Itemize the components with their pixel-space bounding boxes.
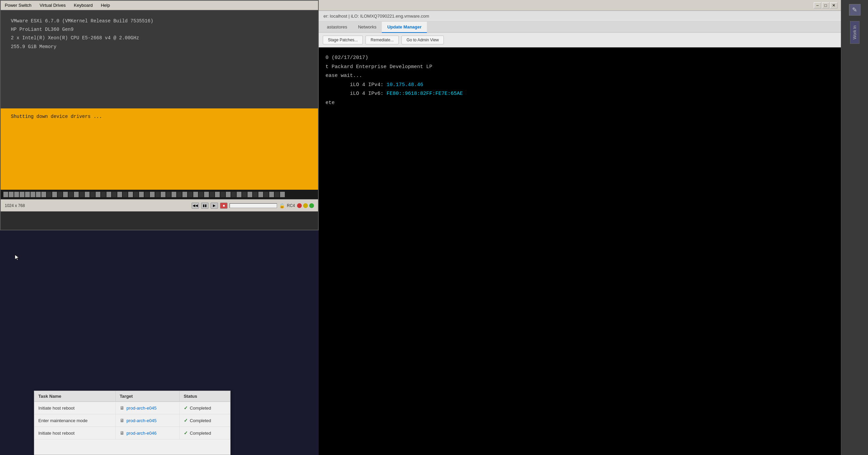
seg-13 [68, 192, 73, 197]
close-button[interactable]: ✕ [830, 2, 837, 8]
target-name-3[interactable]: prod-arch-e046 [126, 431, 157, 436]
ilo4-ipv4-label: iLO 4 IPv4: [350, 82, 383, 88]
vcenter-host-info: er: localhost | iLO: ILOMXQ7090221.eng.v… [323, 14, 429, 19]
terminal-line-1: 0 (02/17/2017) [326, 54, 834, 62]
task-table: Task Name Target Status Initiate host re… [34, 391, 230, 439]
btn-stop[interactable]: ■ [220, 203, 228, 209]
bios-line-2: HP ProLiant DL360 Gen9 [11, 25, 308, 34]
terminal-line-3: ease wait... [326, 72, 834, 80]
kvm-bios-area: VMware ESXi 6.7.0 (VMKernel Release Buil… [1, 10, 318, 108]
seg-4 [20, 192, 24, 197]
tab-update-manager[interactable]: Update Manager [382, 22, 427, 33]
window-chrome: – □ ✕ [319, 0, 868, 11]
btn-play[interactable]: ▶ [211, 203, 218, 209]
kvm-window: Power Switch Virtual Drives Keyboard Hel… [0, 0, 319, 230]
cursor [14, 254, 21, 261]
dot-red [297, 203, 302, 208]
seg-6 [31, 192, 35, 197]
tab-networks[interactable]: Networks [353, 22, 382, 33]
status-text-1: Completed [190, 406, 211, 411]
rc4-label: RC4 [287, 203, 295, 208]
seg-23 [123, 192, 127, 197]
remediate-button[interactable]: Remediate... [366, 36, 399, 44]
seg-37 [199, 192, 203, 197]
task-status-3: ✓ Completed [179, 427, 230, 439]
seg-18 [96, 192, 100, 197]
bios-line-3: 2 x Intel(R) Xeon(R) CPU E5-2668 v4 @ 2.… [11, 34, 308, 42]
shutdown-message: Shutting down device drivers ... [11, 114, 308, 119]
work-in-progress-label[interactable]: Work In [850, 21, 860, 44]
seg-44 [237, 192, 241, 197]
side-panel: ✎ Work In [841, 0, 868, 455]
task-name-2: Enter maintenance mode [34, 414, 115, 427]
status-cell-2: ✓ Completed [184, 418, 226, 423]
target-cell-1: 🖥 prod-arch-e045 [120, 405, 175, 411]
col-task-name: Task Name [34, 391, 115, 402]
seg-35 [188, 192, 193, 197]
video-progress[interactable] [230, 203, 277, 208]
seg-43 [231, 192, 236, 197]
seg-12 [63, 192, 68, 197]
check-icon-3: ✓ [184, 430, 188, 436]
seg-47 [253, 192, 258, 197]
seg-48 [258, 192, 263, 197]
menu-power-switch[interactable]: Power Switch [3, 2, 33, 8]
menu-help[interactable]: Help [99, 2, 111, 8]
ipv4-address: 10.175.48.46 [387, 82, 423, 88]
terminal-line-6: ete [326, 99, 834, 107]
task-table-header: Task Name Target Status [34, 391, 230, 402]
seg-24 [128, 192, 133, 197]
seg-38 [204, 192, 209, 197]
seg-52 [280, 192, 285, 197]
menu-keyboard[interactable]: Keyboard [73, 2, 94, 8]
seg-40 [215, 192, 220, 197]
task-panel: Task Name Target Status Initiate host re… [34, 391, 231, 455]
seg-34 [182, 192, 187, 197]
seg-11 [58, 192, 62, 197]
edit-icon-btn[interactable]: ✎ [849, 4, 861, 16]
btn-first-frame[interactable]: ◀◀ [192, 203, 199, 209]
ipv6-address: FE80::9618:82FF:FE7E:65AE [387, 91, 463, 97]
seg-7 [36, 192, 41, 197]
vcenter-toolbar: Stage Patches... Remediate... Go to Admi… [319, 33, 841, 47]
task-target-1: 🖥 prod-arch-e045 [115, 402, 179, 414]
target-icon-2: 🖥 [120, 418, 124, 423]
terminal-line-5: iLO 4 IPv6: FE80::9618:82FF:FE7E:65AE [326, 90, 834, 98]
kvm-statusbar: 1024 x 768 ◀◀ ▮▮ ▶ ■ 🔒 RC4 [1, 199, 318, 211]
target-name-2[interactable]: prod-arch-e045 [126, 418, 157, 423]
tab-datastores[interactable]: astastores [321, 22, 353, 33]
seg-29 [155, 192, 160, 197]
seg-31 [166, 192, 171, 197]
seg-51 [275, 192, 279, 197]
seg-19 [101, 192, 106, 197]
seg-10 [52, 192, 57, 197]
stage-patches-button[interactable]: Stage Patches... [323, 36, 363, 44]
lock-icon: 🔒 [279, 203, 285, 208]
seg-25 [134, 192, 138, 197]
status-cell-1: ✓ Completed [184, 405, 226, 411]
menu-virtual-drives[interactable]: Virtual Drives [38, 2, 67, 8]
vcenter-tab-bar: astastores Networks Update Manager [319, 22, 841, 33]
target-name-1[interactable]: prod-arch-e045 [126, 406, 157, 411]
target-icon-1: 🖥 [120, 405, 124, 411]
check-icon-1: ✓ [184, 405, 188, 411]
maximize-button[interactable]: □ [822, 2, 829, 8]
seg-28 [150, 192, 155, 197]
task-name-3: Initiate host reboot [34, 427, 115, 439]
task-target-3: 🖥 prod-arch-e046 [115, 427, 179, 439]
check-icon-2: ✓ [184, 418, 188, 423]
btn-pause[interactable]: ▮▮ [201, 203, 209, 209]
minimize-button[interactable]: – [814, 2, 821, 8]
seg-27 [144, 192, 149, 197]
target-cell-3: 🖥 prod-arch-e046 [120, 430, 175, 436]
table-row: Enter maintenance mode 🖥 prod-arch-e045 … [34, 414, 230, 427]
status-cell-3: ✓ Completed [184, 430, 226, 436]
progress-segments [3, 192, 315, 197]
task-target-2: 🖥 prod-arch-e045 [115, 414, 179, 427]
col-target: Target [115, 391, 179, 402]
vcenter-terminal: 0 (02/17/2017) t Packard Enterprise Deve… [319, 47, 841, 455]
seg-5 [25, 192, 30, 197]
kvm-screen: VMware ESXi 6.7.0 (VMKernel Release Buil… [1, 10, 318, 190]
go-to-admin-view-button[interactable]: Go to Admin View [401, 36, 444, 44]
resolution-display: 1024 x 768 [5, 203, 25, 208]
